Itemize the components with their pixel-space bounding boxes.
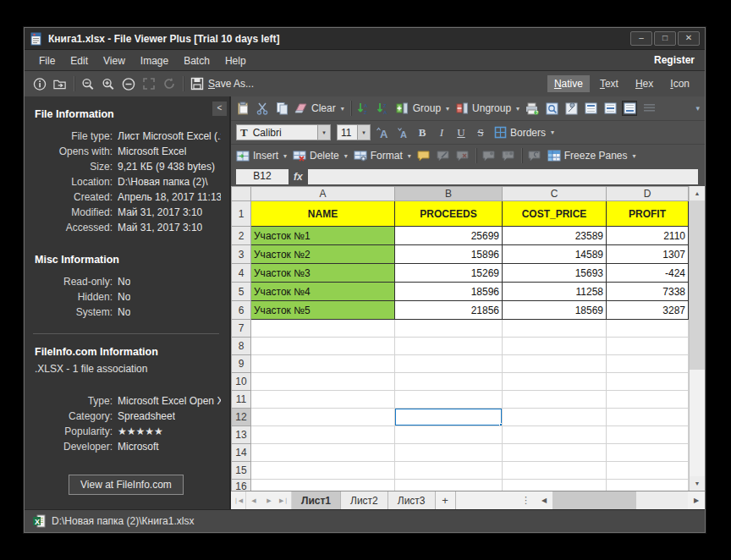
- tools-icon[interactable]: [564, 102, 578, 115]
- row-header-12[interactable]: 12: [232, 409, 251, 426]
- menu-batch[interactable]: Batch: [176, 52, 217, 69]
- wrap-text-icon[interactable]: [642, 102, 656, 115]
- selection-fill-handle[interactable]: [499, 423, 503, 426]
- cell-C9[interactable]: [503, 355, 607, 373]
- zoom-in-icon[interactable]: [102, 77, 115, 91]
- row-header-6[interactable]: 6: [232, 301, 251, 320]
- row-header-4[interactable]: 4: [232, 264, 251, 283]
- cell-B9[interactable]: [395, 355, 503, 373]
- paste-icon[interactable]: [236, 102, 250, 115]
- cell-B11[interactable]: [395, 391, 503, 409]
- next-sheet-icon[interactable]: ▶: [261, 491, 277, 509]
- cell-D9[interactable]: [607, 355, 689, 373]
- cell-A3[interactable]: Участок №2: [251, 245, 395, 264]
- cell-B12[interactable]: [395, 409, 503, 426]
- view-tab-native[interactable]: Native: [547, 75, 590, 92]
- minimize-button[interactable]: –: [630, 31, 652, 46]
- align-bottom-icon[interactable]: [623, 102, 636, 115]
- cell-A13[interactable]: [251, 426, 395, 444]
- new-comment-icon[interactable]: [417, 149, 431, 162]
- cell-A4[interactable]: Участок №3: [251, 264, 395, 283]
- vertical-scrollbar[interactable]: ▲ ▼: [689, 186, 705, 491]
- row-header-16[interactable]: 16: [232, 480, 251, 491]
- ungroup-button[interactable]: Ungroup ▾: [455, 102, 519, 115]
- cell-C1[interactable]: COST_PRICE: [503, 201, 607, 227]
- cell-C10[interactable]: [503, 373, 607, 391]
- last-sheet-icon[interactable]: ▶❘: [277, 491, 292, 509]
- cell-C11[interactable]: [503, 391, 607, 409]
- cell-B1[interactable]: PROCEEDS: [395, 201, 503, 227]
- cell-A11[interactable]: [251, 391, 395, 409]
- align-middle-icon[interactable]: [603, 102, 617, 115]
- cell-D4[interactable]: -424: [607, 264, 689, 283]
- cell-reference-box[interactable]: B12: [236, 169, 289, 184]
- chevron-down-icon[interactable]: ▾: [357, 125, 370, 140]
- sort-ascending-icon[interactable]: AZ: [357, 102, 371, 115]
- delete-comment-icon[interactable]: [456, 149, 470, 162]
- close-button[interactable]: ✕: [678, 31, 700, 46]
- chevron-down-icon[interactable]: ▾: [317, 125, 330, 140]
- show-comment-icon[interactable]: [482, 149, 496, 162]
- cell-A14[interactable]: [251, 444, 395, 462]
- menu-edit[interactable]: Edit: [63, 52, 96, 69]
- actual-size-icon[interactable]: [122, 77, 135, 91]
- cell-B16[interactable]: [395, 480, 503, 491]
- row-header-15[interactable]: 15: [232, 462, 251, 480]
- insert-button[interactable]: Insert ▾: [236, 149, 287, 162]
- menu-file[interactable]: File: [31, 52, 63, 69]
- refresh-comments-icon[interactable]: [528, 149, 541, 162]
- cell-D16[interactable]: [607, 480, 689, 491]
- cell-A10[interactable]: [251, 373, 395, 391]
- menu-help[interactable]: Help: [217, 52, 254, 69]
- first-sheet-icon[interactable]: ❘◀: [231, 491, 246, 509]
- freeze-panes-button[interactable]: Freeze Panes ▾: [547, 149, 636, 162]
- cell-D6[interactable]: 3287: [607, 301, 689, 320]
- vertical-scroll-track[interactable]: [690, 370, 705, 476]
- cell-A9[interactable]: [251, 355, 395, 373]
- cell-B10[interactable]: [395, 373, 503, 391]
- info-icon[interactable]: [33, 77, 47, 91]
- italic-button[interactable]: I: [435, 126, 448, 140]
- cell-B2[interactable]: 25699: [395, 227, 503, 245]
- maximize-button[interactable]: □: [654, 31, 676, 46]
- cell-B7[interactable]: [395, 320, 503, 338]
- cell-B8[interactable]: [395, 338, 503, 355]
- cell-D13[interactable]: [607, 426, 689, 444]
- group-button[interactable]: Group ▾: [396, 102, 449, 115]
- cell-B4[interactable]: 15269: [395, 264, 503, 283]
- format-button[interactable]: Format ▾: [354, 149, 411, 162]
- copy-icon[interactable]: [275, 102, 289, 115]
- horizontal-scroll-thumb[interactable]: [552, 491, 636, 509]
- sheet-tab-лист1[interactable]: Лист1: [292, 491, 341, 509]
- horizontal-scrollbar[interactable]: ◀ ▶: [536, 491, 705, 509]
- cell-D2[interactable]: 2110: [607, 227, 689, 245]
- cell-A2[interactable]: Участок №1: [251, 227, 395, 245]
- fit-to-window-icon[interactable]: [142, 77, 156, 91]
- menu-view[interactable]: View: [96, 52, 133, 69]
- cell-D8[interactable]: [607, 338, 689, 355]
- strikethrough-button[interactable]: S: [474, 126, 487, 140]
- cell-C2[interactable]: 23589: [503, 227, 607, 245]
- select-all-corner[interactable]: [232, 187, 251, 201]
- row-header-7[interactable]: 7: [232, 320, 251, 338]
- scroll-up-icon[interactable]: ▲: [690, 186, 705, 200]
- row-header-14[interactable]: 14: [232, 444, 251, 462]
- cell-B14[interactable]: [395, 444, 503, 462]
- shrink-font-icon[interactable]: A: [396, 126, 409, 140]
- row-header-5[interactable]: 5: [232, 283, 251, 301]
- print-icon[interactable]: ?: [525, 102, 539, 115]
- row-header-9[interactable]: 9: [232, 355, 251, 373]
- cell-C3[interactable]: 14589: [503, 245, 607, 264]
- borders-button[interactable]: Borders ▾: [493, 126, 554, 140]
- cell-A12[interactable]: [251, 409, 395, 426]
- cell-A6[interactable]: Участок №5: [251, 301, 395, 320]
- cell-D14[interactable]: [607, 444, 689, 462]
- title-bar[interactable]: Книга1.xlsx - File Viewer Plus [Trial 10…: [25, 28, 705, 49]
- add-sheet-button[interactable]: +: [436, 491, 456, 509]
- sidebar-collapse-button[interactable]: <: [212, 102, 227, 116]
- font-name-combobox[interactable]: T Calibri ▾: [236, 124, 331, 140]
- cell-C12[interactable]: [503, 409, 607, 426]
- preview-icon[interactable]: [545, 102, 558, 115]
- view-at-fileinfo-button[interactable]: View at FileInfo.com: [69, 475, 184, 495]
- cell-D1[interactable]: PROFIT: [607, 201, 689, 227]
